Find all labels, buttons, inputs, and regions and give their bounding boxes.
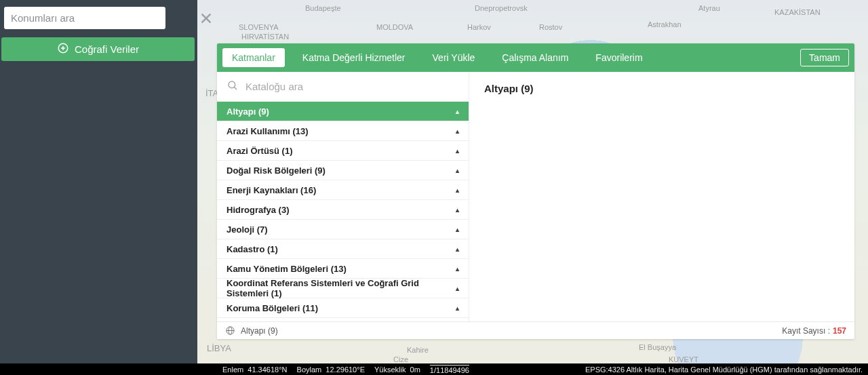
- category-item-label: Enerji Kaynakları (16): [226, 185, 316, 195]
- category-item[interactable]: Jeoloji (7)▴: [217, 220, 469, 239]
- record-count-value: 157: [833, 326, 846, 336]
- category-item[interactable]: Kamu Yönetim Bölgeleri (13)▴: [217, 259, 469, 279]
- close-icon: [199, 11, 214, 28]
- category-item[interactable]: Koruma Bölgeleri (11)▴: [217, 298, 469, 318]
- category-item[interactable]: Arazi Örtüsü (1)▴: [217, 141, 469, 161]
- category-item-label: Doğal Risk Bölgeleri (9): [226, 165, 326, 176]
- category-item-label: Jeoloji (7): [226, 224, 268, 235]
- attribution-text: EPSG:4326 Altlık Harita, Harita Genel Mü…: [585, 366, 863, 374]
- panel-tabs: Katmanlar Katma Değerli Hizmetler Veri Y…: [217, 43, 854, 72]
- category-column: Altyapı (9)▴Arazi Kullanımı (13)▴Arazi Ö…: [217, 72, 469, 321]
- tab-upload-data[interactable]: Veri Yükle: [423, 48, 485, 67]
- category-item-label: Altyapı (9): [226, 106, 269, 117]
- tab-layers[interactable]: Katmanlar: [222, 48, 285, 67]
- alt-value: 0m: [410, 366, 420, 374]
- detail-title: Altyapı (9): [484, 83, 840, 94]
- chevron-up-icon: ▴: [456, 147, 459, 155]
- category-item[interactable]: Altyapı (9)▴: [217, 102, 469, 121]
- chevron-up-icon: ▴: [456, 285, 459, 292]
- category-item[interactable]: Hidrografya (3)▴: [217, 200, 469, 220]
- catalog-panel: Katmanlar Katma Değerli Hizmetler Veri Y…: [217, 43, 854, 339]
- chevron-up-icon: ▴: [456, 265, 459, 273]
- chevron-up-icon: ▴: [456, 186, 459, 194]
- lat-label: Enlem: [222, 366, 243, 374]
- chevron-up-icon: ▴: [456, 304, 459, 312]
- chevron-up-icon: ▴: [456, 167, 459, 174]
- status-bar: Enlem 41.34618°N Boylam 12.29610°E Yükse…: [0, 363, 868, 375]
- svg-point-5: [229, 81, 235, 88]
- category-item-label: Arazi Örtüsü (1): [226, 146, 293, 156]
- category-item[interactable]: Arazi Kullanımı (13)▴: [217, 121, 469, 141]
- record-count-label: Kayıt Sayısı :: [782, 326, 830, 336]
- alt-label: Yükseklik: [374, 366, 406, 374]
- left-sidebar: Coğrafi Veriler: [0, 0, 197, 363]
- category-item-label: Koruma Bölgeleri (11): [226, 303, 318, 313]
- category-item-label: Kadastro (1): [226, 244, 278, 254]
- category-list[interactable]: Altyapı (9)▴Arazi Kullanımı (13)▴Arazi Ö…: [217, 102, 469, 321]
- catalog-search: [217, 72, 469, 102]
- chevron-up-icon: ▴: [456, 108, 459, 115]
- search-icon: [226, 79, 239, 94]
- lat-value: 41.34618°N: [248, 366, 287, 374]
- chevron-up-icon: ▴: [456, 226, 459, 233]
- tab-favorites[interactable]: Favorilerim: [586, 48, 652, 67]
- panel-footer: Altyapı (9) Kayıt Sayısı : 157: [217, 321, 854, 339]
- category-item-label: Arazi Kullanımı (13): [226, 126, 309, 136]
- svg-line-6: [234, 87, 237, 90]
- category-item-label: Koordinat Referans Sistemleri ve Coğrafi…: [226, 278, 456, 298]
- chevron-up-icon: ▴: [456, 206, 459, 214]
- search-locations-input[interactable]: [4, 7, 165, 29]
- category-detail: Altyapı (9): [469, 72, 854, 321]
- done-button[interactable]: Tamam: [800, 49, 849, 66]
- category-item-label: Hidrografya (3): [226, 205, 289, 215]
- plus-circle-icon: [57, 42, 69, 56]
- globe-icon: [225, 325, 235, 336]
- category-item[interactable]: Enerji Kaynakları (16)▴: [217, 180, 469, 200]
- tab-value-added-services[interactable]: Katma Değerli Hizmetler: [293, 48, 415, 67]
- catalog-search-input[interactable]: [245, 81, 459, 92]
- chevron-up-icon: ▴: [456, 127, 459, 135]
- tab-workspace[interactable]: Çalışma Alanım: [492, 48, 578, 67]
- close-panel-button[interactable]: [197, 11, 215, 28]
- chevron-up-icon: ▴: [456, 245, 459, 253]
- category-item[interactable]: Kadastro (1)▴: [217, 239, 469, 259]
- category-item[interactable]: Koordinat Referans Sistemleri ve Coğrafi…: [217, 279, 469, 298]
- category-item[interactable]: Doğal Risk Bölgeleri (9)▴: [217, 161, 469, 180]
- category-item-label: Kamu Yönetim Bölgeleri (13): [226, 264, 347, 274]
- geographic-data-label: Coğrafi Veriler: [75, 43, 139, 55]
- scale-value: 1/11849496: [430, 365, 469, 374]
- geographic-data-button[interactable]: Coğrafi Veriler: [1, 37, 195, 61]
- lon-label: Boylam: [297, 366, 322, 374]
- lon-value: 12.29610°E: [326, 366, 365, 374]
- breadcrumb: Altyapı (9): [241, 326, 278, 336]
